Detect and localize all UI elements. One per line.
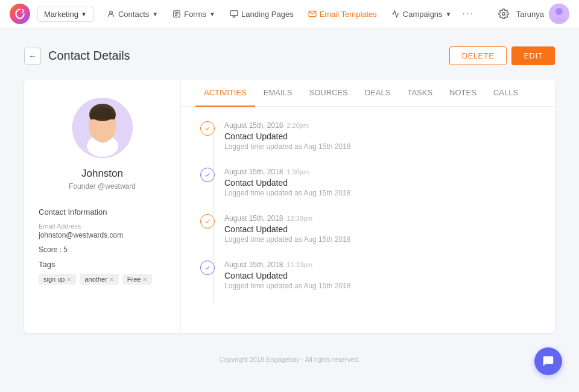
forms-chevron-icon: ▼ — [209, 11, 215, 17]
page-content: ← Contact Details DELETE EDIT — [0, 28, 579, 392]
more-menu[interactable]: ··· — [460, 8, 476, 19]
timeline-body: August 15th, 2018 2:20pm Contact Updated… — [224, 121, 536, 151]
nav-email-templates[interactable]: Email Templates — [302, 7, 383, 21]
tag-remove-icon[interactable]: ✕ — [66, 276, 71, 283]
nav-campaigns[interactable]: Campaigns ▼ — [385, 7, 458, 21]
tabs-row: ACTIVITIESEMAILSSOURCESDEALSTASKSNOTESCA… — [181, 80, 555, 107]
svg-point-0 — [110, 11, 113, 14]
navbar: Marketing ▼ Contacts ▼ Forms ▼ Landing P… — [0, 0, 579, 28]
campaigns-chevron-icon: ▼ — [446, 11, 452, 17]
email-label: Email Address — [39, 223, 166, 230]
edit-button[interactable]: EDIT — [511, 46, 555, 65]
timeline-event-title: Contact Updated — [224, 178, 536, 188]
nav-contacts[interactable]: Contacts ▼ — [101, 7, 164, 21]
page-header: ← Contact Details DELETE EDIT — [24, 46, 555, 65]
svg-point-11 — [555, 8, 563, 15]
nav-forms[interactable]: Forms ▼ — [166, 7, 221, 21]
timeline-event-desc: Logged time updated as Aug 15th 2018 — [224, 189, 536, 197]
info-section-title: Contact Information — [39, 207, 166, 217]
tag-remove-icon[interactable]: ✕ — [142, 276, 147, 283]
email-value: johnston@westwards.com — [39, 231, 166, 239]
tags-label: Tags — [39, 260, 166, 269]
contact-avatar-wrap — [39, 98, 166, 158]
timeline-date: August 15th, 2018 11:10pm — [224, 261, 536, 269]
contact-left-panel: Johnston Founder @westward Contact Infor… — [24, 80, 181, 333]
timeline-event-title: Contact Updated — [224, 131, 536, 141]
tab-tasks[interactable]: TASKS — [399, 80, 441, 107]
score-value: Score : 5 — [39, 245, 166, 254]
contact-role: Founder @westward — [39, 182, 166, 191]
avatar — [549, 4, 569, 24]
app-logo[interactable] — [10, 4, 30, 24]
tab-notes[interactable]: NOTES — [441, 80, 485, 107]
timeline-event-desc: Logged time updated as Aug 15th 2018 — [224, 142, 536, 151]
tag: another✕ — [80, 274, 118, 285]
timeline-body: August 15th, 2018 1:30pm Contact Updated… — [224, 168, 536, 197]
timeline-item: August 15th, 2018 12:30pm Contact Update… — [200, 214, 536, 244]
timeline-event-desc: Logged time updated as Aug 15th 2018 — [224, 235, 536, 244]
header-buttons: DELETE EDIT — [449, 46, 555, 65]
user-menu[interactable]: Tarunya — [516, 4, 569, 24]
tag: Free✕ — [122, 274, 153, 285]
delete-button[interactable]: DELETE — [449, 46, 507, 65]
timeline-body: August 15th, 2018 12:30pm Contact Update… — [224, 214, 536, 244]
page-title: Contact Details — [48, 49, 130, 63]
contact-name: Johnston — [39, 168, 166, 180]
timeline-icon — [200, 168, 215, 182]
back-button[interactable]: ← — [24, 48, 41, 65]
timeline-item: August 15th, 2018 1:30pm Contact Updated… — [200, 168, 536, 197]
timeline-date: August 15th, 2018 1:30pm — [224, 168, 536, 176]
timeline-event-title: Contact Updated — [224, 271, 536, 280]
contact-right-panel: ACTIVITIESEMAILSSOURCESDEALSTASKSNOTESCA… — [181, 80, 555, 333]
timeline-event-title: Contact Updated — [224, 224, 536, 234]
timeline-date: August 15th, 2018 12:30pm — [224, 214, 536, 223]
tab-emails[interactable]: EMAILS — [255, 80, 301, 107]
nav-landing-pages[interactable]: Landing Pages — [224, 7, 300, 21]
timeline-item: August 15th, 2018 2:20pm Contact Updated… — [200, 121, 536, 151]
workspace-chevron-icon: ▼ — [81, 11, 87, 17]
timeline-date: August 15th, 2018 2:20pm — [224, 121, 536, 130]
header-left: ← Contact Details — [24, 48, 130, 65]
timeline-icon — [200, 214, 215, 229]
page-footer: Copyright 2018 Engagebay · All rights re… — [24, 345, 555, 374]
contacts-chevron-icon: ▼ — [152, 11, 158, 17]
timeline-item: August 15th, 2018 11:10pm Contact Update… — [200, 261, 536, 290]
tags-section: Tags sign up✕another✕Free✕ — [39, 260, 166, 285]
tag: sign up✕ — [39, 274, 76, 285]
tab-deals[interactable]: DEALS — [356, 80, 399, 107]
timeline-icon — [200, 121, 215, 136]
contact-card: Johnston Founder @westward Contact Infor… — [24, 80, 555, 333]
tab-calls[interactable]: CALLS — [485, 80, 527, 107]
tags-list: sign up✕another✕Free✕ — [39, 274, 166, 285]
activity-timeline: August 15th, 2018 2:20pm Contact Updated… — [181, 107, 555, 321]
timeline-icon — [200, 261, 215, 275]
workspace-dropdown[interactable]: Marketing ▼ — [37, 7, 93, 22]
settings-icon[interactable] — [493, 4, 514, 24]
chat-button[interactable] — [534, 347, 562, 375]
tab-activities[interactable]: ACTIVITIES — [195, 80, 255, 107]
timeline-body: August 15th, 2018 11:10pm Contact Update… — [224, 261, 536, 290]
contact-avatar — [72, 98, 133, 158]
svg-rect-5 — [230, 11, 238, 16]
tab-sources[interactable]: SOURCES — [300, 80, 356, 107]
svg-point-9 — [502, 13, 505, 16]
timeline-event-desc: Logged time updated as Aug 15th 2018 — [224, 282, 536, 290]
tag-remove-icon[interactable]: ✕ — [109, 276, 114, 283]
